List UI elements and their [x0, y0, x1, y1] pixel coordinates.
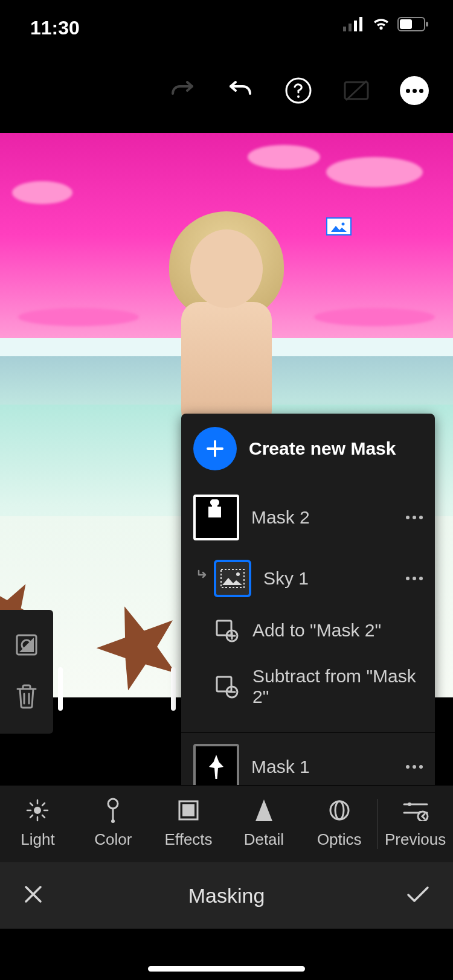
- svg-rect-23: [217, 677, 231, 691]
- slider-marks: [58, 667, 176, 734]
- svg-line-33: [30, 815, 33, 818]
- sky-more-button[interactable]: [406, 577, 423, 580]
- sky-mask-icon: [214, 560, 251, 597]
- svg-rect-19: [217, 621, 231, 635]
- svg-point-26: [34, 807, 41, 814]
- svg-point-8: [297, 95, 300, 98]
- mask1-more-button[interactable]: [406, 765, 423, 769]
- svg-line-34: [42, 803, 45, 805]
- home-indicator[interactable]: [148, 966, 305, 972]
- color-icon: [104, 799, 122, 822]
- cancel-button[interactable]: [23, 884, 43, 907]
- tab-effects-label: Effects: [165, 830, 213, 849]
- cellular-icon: [343, 17, 365, 31]
- tab-color-label: Color: [94, 830, 132, 849]
- effects-icon: [177, 799, 200, 822]
- svg-point-41: [335, 801, 344, 819]
- redo-button[interactable]: [168, 76, 197, 105]
- add-to-mask-icon: [213, 617, 240, 644]
- svg-line-10: [346, 81, 367, 100]
- tab-detail-label: Detail: [244, 830, 284, 849]
- svg-rect-0: [343, 27, 346, 31]
- tab-optics[interactable]: Optics: [301, 799, 377, 849]
- wifi-icon: [371, 17, 391, 31]
- tab-optics-label: Optics: [317, 830, 362, 849]
- detail-icon: [254, 799, 274, 822]
- create-mask-label: Create new Mask: [249, 438, 396, 459]
- svg-point-12: [342, 223, 345, 226]
- confirm-button[interactable]: [406, 885, 430, 906]
- svg-point-18: [236, 572, 240, 576]
- picture-badge-icon[interactable]: [326, 217, 352, 235]
- mask-panel: Create new Mask Mask 2 Sky 1 Add to "Mas…: [181, 414, 435, 801]
- help-button[interactable]: [284, 76, 313, 105]
- undo-button[interactable]: [226, 76, 255, 105]
- tab-light[interactable]: Light: [0, 799, 76, 849]
- status-icons: [343, 17, 429, 31]
- masking-bottom-bar: Masking: [0, 862, 453, 929]
- svg-line-31: [30, 803, 33, 805]
- mask-float-tools: [0, 610, 53, 734]
- svg-point-35: [108, 799, 118, 809]
- optics-icon: [327, 799, 352, 822]
- add-to-mask-label: Add to "Mask 2": [252, 620, 381, 641]
- indent-arrow-icon: [197, 569, 208, 583]
- subtract-from-mask-icon: [213, 673, 240, 700]
- mask1-label: Mask 1: [251, 757, 310, 777]
- svg-rect-3: [359, 17, 362, 31]
- tab-previous[interactable]: Previous: [377, 799, 453, 849]
- subtract-from-mask-button[interactable]: Subtract from "Mask 2": [181, 655, 435, 723]
- tab-detail[interactable]: Detail: [226, 799, 301, 849]
- svg-point-40: [330, 801, 349, 819]
- status-time: 11:30: [30, 17, 80, 39]
- light-icon: [25, 799, 50, 822]
- svg-rect-6: [426, 22, 428, 27]
- plus-icon: [193, 427, 237, 470]
- previous-icon: [402, 799, 429, 822]
- mask2-thumbnail: [193, 495, 239, 540]
- tab-effects[interactable]: Effects: [151, 799, 226, 849]
- status-bar: 11:30: [0, 0, 453, 54]
- svg-rect-39: [182, 804, 194, 816]
- top-toolbar: [0, 54, 453, 127]
- edit-tabs: Light Color Effects Detail Optics Previo…: [0, 785, 453, 862]
- tab-color[interactable]: Color: [76, 799, 151, 849]
- tab-previous-label: Previous: [385, 830, 446, 849]
- svg-rect-5: [400, 19, 412, 29]
- subtract-from-mask-label: Subtract from "Mask 2": [252, 666, 423, 707]
- mask-sub-sky[interactable]: Sky 1: [181, 551, 435, 606]
- mask-item-mask2[interactable]: Mask 2: [181, 484, 435, 551]
- svg-rect-2: [354, 21, 357, 31]
- sky-label: Sky 1: [263, 568, 309, 589]
- mask2-more-button[interactable]: [406, 516, 423, 519]
- masking-title: Masking: [188, 884, 265, 908]
- create-mask-button[interactable]: Create new Mask: [181, 414, 435, 484]
- svg-point-37: [111, 819, 115, 823]
- add-to-mask-button[interactable]: Add to "Mask 2": [181, 606, 435, 655]
- mask2-label: Mask 2: [251, 507, 310, 528]
- svg-line-32: [42, 815, 45, 818]
- more-menu-button[interactable]: [400, 76, 429, 105]
- compare-button[interactable]: [342, 76, 371, 105]
- svg-rect-1: [349, 24, 352, 31]
- mask1-thumbnail: [193, 744, 239, 790]
- tab-light-label: Light: [21, 830, 54, 849]
- invert-mask-button[interactable]: [13, 632, 40, 661]
- delete-mask-button[interactable]: [14, 683, 39, 712]
- battery-icon: [397, 17, 429, 31]
